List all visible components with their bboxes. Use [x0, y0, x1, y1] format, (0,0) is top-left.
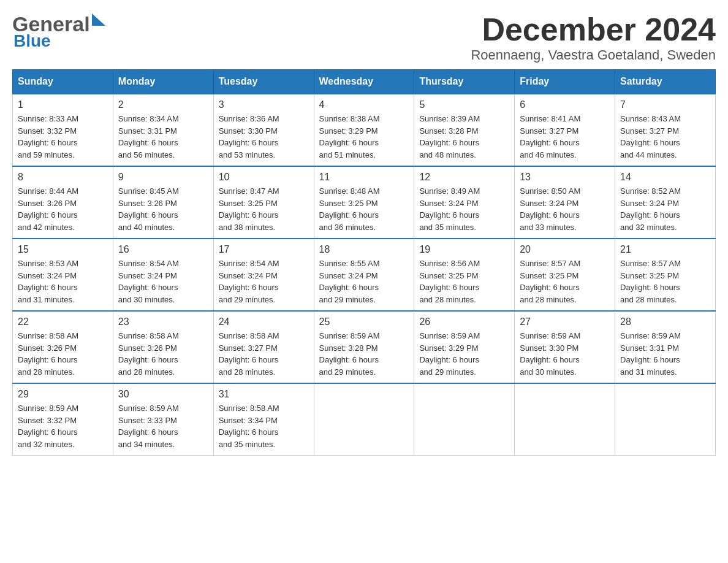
day-info: Sunrise: 8:43 AM Sunset: 3:27 PM Dayligh…	[620, 113, 710, 161]
calendar-day-cell: 17Sunrise: 8:54 AM Sunset: 3:24 PM Dayli…	[213, 239, 314, 311]
day-info: Sunrise: 8:58 AM Sunset: 3:34 PM Dayligh…	[219, 402, 309, 450]
calendar-day-cell: 5Sunrise: 8:39 AM Sunset: 3:28 PM Daylig…	[414, 94, 515, 166]
day-number: 27	[520, 316, 610, 327]
weekday-header-cell: Sunday	[13, 70, 113, 94]
calendar-day-cell	[515, 383, 615, 456]
day-info: Sunrise: 8:50 AM Sunset: 3:24 PM Dayligh…	[520, 185, 610, 233]
calendar-day-cell: 3Sunrise: 8:36 AM Sunset: 3:30 PM Daylig…	[213, 94, 314, 166]
location-title: Roennaeng, Vaestra Goetaland, Sweden	[471, 47, 716, 63]
day-info: Sunrise: 8:45 AM Sunset: 3:26 PM Dayligh…	[118, 185, 208, 233]
calendar-day-cell: 14Sunrise: 8:52 AM Sunset: 3:24 PM Dayli…	[615, 166, 716, 239]
day-info: Sunrise: 8:41 AM Sunset: 3:27 PM Dayligh…	[520, 113, 610, 161]
day-info: Sunrise: 8:53 AM Sunset: 3:24 PM Dayligh…	[18, 258, 108, 305]
day-number: 17	[219, 244, 309, 255]
calendar-day-cell: 21Sunrise: 8:57 AM Sunset: 3:25 PM Dayli…	[615, 239, 716, 311]
calendar-week-row: 29Sunrise: 8:59 AM Sunset: 3:32 PM Dayli…	[13, 383, 716, 456]
day-info: Sunrise: 8:59 AM Sunset: 3:33 PM Dayligh…	[118, 402, 208, 450]
page-header: General Blue December 2024 Roennaeng, Va…	[12, 12, 716, 63]
day-info: Sunrise: 8:39 AM Sunset: 3:28 PM Dayligh…	[419, 113, 509, 161]
calendar-day-cell: 31Sunrise: 8:58 AM Sunset: 3:34 PM Dayli…	[213, 383, 314, 456]
day-number: 18	[319, 244, 409, 255]
calendar-day-cell: 10Sunrise: 8:47 AM Sunset: 3:25 PM Dayli…	[213, 166, 314, 239]
day-number: 28	[620, 316, 710, 327]
weekday-header-cell: Tuesday	[213, 70, 314, 94]
calendar-day-cell: 16Sunrise: 8:54 AM Sunset: 3:24 PM Dayli…	[113, 239, 213, 311]
calendar-day-cell: 12Sunrise: 8:49 AM Sunset: 3:24 PM Dayli…	[414, 166, 515, 239]
weekday-header-cell: Wednesday	[314, 70, 414, 94]
day-info: Sunrise: 8:34 AM Sunset: 3:31 PM Dayligh…	[118, 113, 208, 161]
day-number: 14	[620, 172, 710, 183]
calendar-day-cell: 29Sunrise: 8:59 AM Sunset: 3:32 PM Dayli…	[13, 383, 113, 456]
calendar-day-cell: 8Sunrise: 8:44 AM Sunset: 3:26 PM Daylig…	[13, 166, 113, 239]
calendar-day-cell: 28Sunrise: 8:59 AM Sunset: 3:31 PM Dayli…	[615, 311, 716, 383]
day-info: Sunrise: 8:33 AM Sunset: 3:32 PM Dayligh…	[18, 113, 108, 161]
logo-blue-label: Blue	[13, 31, 51, 51]
calendar-day-cell: 11Sunrise: 8:48 AM Sunset: 3:25 PM Dayli…	[314, 166, 414, 239]
day-info: Sunrise: 8:58 AM Sunset: 3:26 PM Dayligh…	[118, 330, 208, 378]
calendar-day-cell: 9Sunrise: 8:45 AM Sunset: 3:26 PM Daylig…	[113, 166, 213, 239]
day-number: 29	[18, 389, 108, 400]
day-info: Sunrise: 8:59 AM Sunset: 3:29 PM Dayligh…	[419, 330, 509, 378]
title-area: December 2024 Roennaeng, Vaestra Goetala…	[471, 12, 716, 63]
calendar-table: SundayMondayTuesdayWednesdayThursdayFrid…	[12, 69, 716, 456]
day-info: Sunrise: 8:57 AM Sunset: 3:25 PM Dayligh…	[520, 258, 610, 305]
calendar-day-cell: 6Sunrise: 8:41 AM Sunset: 3:27 PM Daylig…	[515, 94, 615, 166]
calendar-day-cell: 24Sunrise: 8:58 AM Sunset: 3:27 PM Dayli…	[213, 311, 314, 383]
day-number: 20	[520, 244, 610, 255]
day-number: 1	[18, 99, 108, 110]
calendar-day-cell	[414, 383, 515, 456]
weekday-header-cell: Saturday	[615, 70, 716, 94]
day-info: Sunrise: 8:36 AM Sunset: 3:30 PM Dayligh…	[219, 113, 309, 161]
day-number: 21	[620, 244, 710, 255]
day-number: 2	[118, 99, 208, 110]
day-number: 4	[319, 99, 409, 110]
day-info: Sunrise: 8:38 AM Sunset: 3:29 PM Dayligh…	[319, 113, 409, 161]
day-number: 8	[18, 172, 108, 183]
day-number: 26	[419, 316, 509, 327]
day-number: 31	[219, 389, 309, 400]
calendar-day-cell: 2Sunrise: 8:34 AM Sunset: 3:31 PM Daylig…	[113, 94, 213, 166]
day-number: 30	[118, 389, 208, 400]
calendar-day-cell: 22Sunrise: 8:58 AM Sunset: 3:26 PM Dayli…	[13, 311, 113, 383]
month-title: December 2024	[471, 12, 716, 47]
day-info: Sunrise: 8:58 AM Sunset: 3:27 PM Dayligh…	[219, 330, 309, 378]
day-number: 23	[118, 316, 208, 327]
calendar-day-cell: 23Sunrise: 8:58 AM Sunset: 3:26 PM Dayli…	[113, 311, 213, 383]
day-number: 3	[219, 99, 309, 110]
calendar-day-cell: 19Sunrise: 8:56 AM Sunset: 3:25 PM Dayli…	[414, 239, 515, 311]
calendar-week-row: 8Sunrise: 8:44 AM Sunset: 3:26 PM Daylig…	[13, 166, 716, 239]
calendar-day-cell: 15Sunrise: 8:53 AM Sunset: 3:24 PM Dayli…	[13, 239, 113, 311]
day-number: 15	[18, 244, 108, 255]
day-number: 10	[219, 172, 309, 183]
calendar-day-cell: 4Sunrise: 8:38 AM Sunset: 3:29 PM Daylig…	[314, 94, 414, 166]
calendar-week-row: 22Sunrise: 8:58 AM Sunset: 3:26 PM Dayli…	[13, 311, 716, 383]
day-info: Sunrise: 8:59 AM Sunset: 3:31 PM Dayligh…	[620, 330, 710, 378]
day-number: 24	[219, 316, 309, 327]
day-number: 5	[419, 99, 509, 110]
day-info: Sunrise: 8:47 AM Sunset: 3:25 PM Dayligh…	[219, 185, 309, 233]
day-number: 22	[18, 316, 108, 327]
calendar-day-cell: 1Sunrise: 8:33 AM Sunset: 3:32 PM Daylig…	[13, 94, 113, 166]
day-number: 25	[319, 316, 409, 327]
calendar-day-cell: 30Sunrise: 8:59 AM Sunset: 3:33 PM Dayli…	[113, 383, 213, 456]
weekday-header-cell: Thursday	[414, 70, 515, 94]
calendar-day-cell: 18Sunrise: 8:55 AM Sunset: 3:24 PM Dayli…	[314, 239, 414, 311]
day-info: Sunrise: 8:54 AM Sunset: 3:24 PM Dayligh…	[219, 258, 309, 305]
day-info: Sunrise: 8:59 AM Sunset: 3:28 PM Dayligh…	[319, 330, 409, 378]
day-number: 13	[520, 172, 610, 183]
day-info: Sunrise: 8:58 AM Sunset: 3:26 PM Dayligh…	[18, 330, 108, 378]
day-info: Sunrise: 8:54 AM Sunset: 3:24 PM Dayligh…	[118, 258, 208, 305]
day-info: Sunrise: 8:52 AM Sunset: 3:24 PM Dayligh…	[620, 185, 710, 233]
weekday-header-row: SundayMondayTuesdayWednesdayThursdayFrid…	[13, 70, 716, 94]
calendar-day-cell: 25Sunrise: 8:59 AM Sunset: 3:28 PM Dayli…	[314, 311, 414, 383]
day-info: Sunrise: 8:55 AM Sunset: 3:24 PM Dayligh…	[319, 258, 409, 305]
calendar-week-row: 1Sunrise: 8:33 AM Sunset: 3:32 PM Daylig…	[13, 94, 716, 166]
weekday-header-cell: Monday	[113, 70, 213, 94]
calendar-day-cell: 20Sunrise: 8:57 AM Sunset: 3:25 PM Dayli…	[515, 239, 615, 311]
calendar-day-cell: 7Sunrise: 8:43 AM Sunset: 3:27 PM Daylig…	[615, 94, 716, 166]
calendar-day-cell: 13Sunrise: 8:50 AM Sunset: 3:24 PM Dayli…	[515, 166, 615, 239]
day-info: Sunrise: 8:48 AM Sunset: 3:25 PM Dayligh…	[319, 185, 409, 233]
day-number: 6	[520, 99, 610, 110]
day-info: Sunrise: 8:44 AM Sunset: 3:26 PM Dayligh…	[18, 185, 108, 233]
day-info: Sunrise: 8:56 AM Sunset: 3:25 PM Dayligh…	[419, 258, 509, 305]
